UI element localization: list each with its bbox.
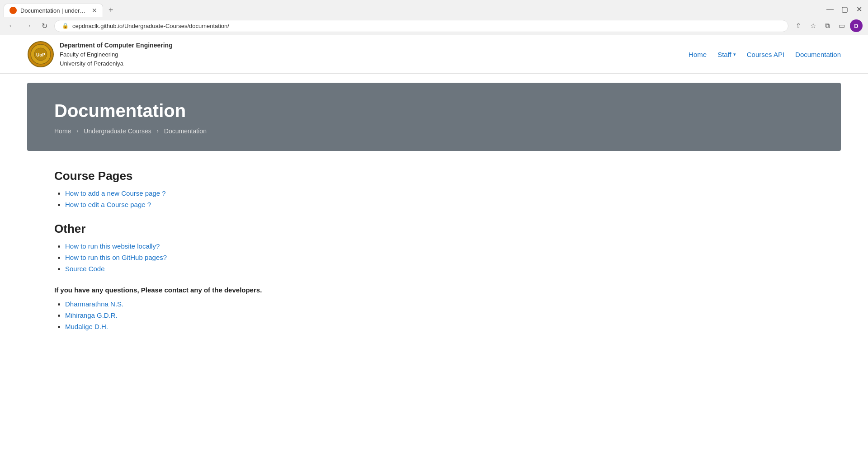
tab-title: Documentation | undergraduat... [20,7,88,14]
staff-dropdown-arrow: ▾ [733,52,736,57]
address-text: cepdnaclk.github.io/Undergraduate-Course… [72,23,229,29]
list-item: How to edit a Course page ? [65,201,579,208]
maximize-button[interactable]: ▢ [839,4,850,14]
breadcrumb-documentation[interactable]: Documentation [164,127,207,135]
main-content: Course Pages How to add a new Course pag… [0,151,633,358]
list-item: Mihiranga G.D.R. [65,311,579,319]
list-item: How to add a new Course page ? [65,189,579,197]
svg-text:UoP: UoP [36,52,45,57]
site-header: UoP Department of Computer Engineering F… [0,35,868,74]
list-item: Source Code [65,265,579,273]
hero-banner: Documentation Home › Undergraduate Cours… [27,83,841,151]
list-item: How to run this on GitHub pages? [65,254,579,261]
tab-favicon [9,7,17,14]
developer-1-link[interactable]: Dharmarathna N.S. [65,300,123,308]
window-controls: — ▢ ✕ [825,4,864,14]
add-course-link[interactable]: How to add a new Course page ? [65,189,166,197]
breadcrumb-sep-1: › [76,128,78,134]
nav-documentation[interactable]: Documentation [795,51,841,58]
address-bar[interactable]: 🔒 cepdnaclk.github.io/Undergraduate-Cour… [54,20,788,32]
developer-3-link[interactable]: Mudalige D.H. [65,323,108,330]
browser-tab[interactable]: Documentation | undergraduat... ✕ [4,4,103,17]
logo-text: Department of Computer Engineering Facul… [60,41,173,68]
edit-course-link[interactable]: How to edit a Course page ? [65,201,151,208]
breadcrumb-undergrad[interactable]: Undergraduate Courses [84,127,151,135]
lock-icon: 🔒 [62,23,69,29]
new-tab-button[interactable]: + [105,4,117,17]
run-github-link[interactable]: How to run this on GitHub pages? [65,254,167,261]
course-pages-list: How to add a new Course page ? How to ed… [54,189,579,208]
back-button[interactable]: ← [5,19,18,32]
developer-2-link[interactable]: Mihiranga G.D.R. [65,311,118,319]
minimize-button[interactable]: — [825,4,835,14]
source-code-link[interactable]: Source Code [65,265,105,273]
other-list: How to run this website locally? How to … [54,242,579,273]
share-button[interactable]: ⇧ [792,19,805,32]
developers-list: Dharmarathna N.S. Mihiranga G.D.R. Mudal… [54,300,579,330]
tab-close-button[interactable]: ✕ [92,7,97,14]
list-item: Mudalige D.H. [65,323,579,330]
site-logo: UoP Department of Computer Engineering F… [27,41,173,68]
extensions-button[interactable]: ⧉ [821,19,834,32]
nav-home[interactable]: Home [689,51,707,58]
nav-staff-dropdown[interactable]: Staff ▾ [717,51,736,58]
list-item: How to run this website locally? [65,242,579,250]
breadcrumb: Home › Undergraduate Courses › Documenta… [54,127,814,135]
list-item: Dharmarathna N.S. [65,300,579,308]
bookmark-button[interactable]: ☆ [807,19,819,32]
logo-emblem: UoP [27,41,54,68]
profile-button[interactable]: D [850,19,863,32]
run-locally-link[interactable]: How to run this website locally? [65,242,160,250]
breadcrumb-home[interactable]: Home [54,127,71,135]
course-pages-title: Course Pages [54,169,579,183]
other-title: Other [54,222,579,236]
nav-courses-api[interactable]: Courses API [747,51,784,58]
breadcrumb-sep-2: › [157,128,159,134]
contact-note: If you have any questions, Please contac… [54,286,579,294]
forward-button[interactable]: → [22,19,34,32]
hero-title: Documentation [54,101,814,121]
reload-button[interactable]: ↻ [38,19,51,32]
split-view-button[interactable]: ▭ [835,19,848,32]
site-nav: Home Staff ▾ Courses API Documentation [689,51,841,58]
close-button[interactable]: ✕ [854,4,864,14]
